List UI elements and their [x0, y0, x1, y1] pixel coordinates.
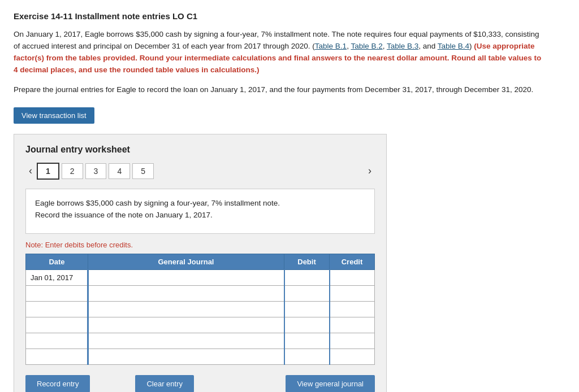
- exercise-title: Exercise 14-11 Installment note entries …: [14, 11, 565, 21]
- debit-cell-5[interactable]: [284, 333, 330, 349]
- debit-input-1[interactable]: [288, 273, 326, 282]
- table-row: [26, 301, 375, 317]
- debit-cell-2[interactable]: [284, 285, 330, 301]
- description-line2: Record the issuance of the note on Janua…: [35, 209, 365, 221]
- view-general-journal-button[interactable]: View general journal: [286, 375, 375, 392]
- col-header-general-journal: General Journal: [88, 254, 284, 269]
- date-cell-1: Jan 01, 2017: [26, 269, 88, 285]
- tab-navigation: ‹ 1 2 3 4 5 ›: [25, 163, 375, 180]
- tab-1[interactable]: 1: [37, 163, 59, 180]
- date-cell-5: [26, 333, 88, 349]
- table-row: [26, 317, 375, 333]
- gj-input-4[interactable]: [92, 321, 280, 329]
- credit-input-4[interactable]: [334, 321, 371, 329]
- table-b2-link[interactable]: Table B.2: [351, 42, 382, 50]
- credit-input-6[interactable]: [334, 352, 371, 361]
- debit-input-3[interactable]: [288, 305, 326, 313]
- credit-input-5[interactable]: [334, 337, 371, 345]
- table-row: [26, 349, 375, 364]
- table-b4-link[interactable]: Table B.4: [438, 42, 469, 50]
- debit-input-2[interactable]: [288, 289, 326, 298]
- gj-input-1[interactable]: [92, 273, 280, 282]
- record-entry-button[interactable]: Record entry: [25, 375, 90, 392]
- journal-entry-worksheet: Journal entry worksheet ‹ 1 2 3 4 5 › Ea…: [14, 134, 387, 392]
- worksheet-title: Journal entry worksheet: [25, 145, 375, 155]
- tab-4[interactable]: 4: [109, 163, 130, 179]
- date-cell-6: [26, 349, 88, 364]
- table-b3-link[interactable]: Table B.3: [387, 42, 418, 50]
- credit-cell-2[interactable]: [330, 285, 375, 301]
- button-row: Record entry Clear entry View general jo…: [25, 375, 375, 392]
- table-row: [26, 333, 375, 349]
- debit-cell-4[interactable]: [284, 317, 330, 333]
- credit-input-1[interactable]: [334, 273, 371, 282]
- col-header-credit: Credit: [330, 254, 375, 269]
- gj-cell-4[interactable]: [88, 317, 284, 333]
- debit-input-6[interactable]: [288, 352, 326, 361]
- credit-cell-5[interactable]: [330, 333, 375, 349]
- clear-entry-button[interactable]: Clear entry: [135, 375, 194, 392]
- gj-cell-3[interactable]: [88, 301, 284, 317]
- debit-input-4[interactable]: [288, 321, 326, 329]
- gj-cell-5[interactable]: [88, 333, 284, 349]
- note-hint: Note: Enter debits before credits.: [25, 241, 375, 249]
- gj-cell-6[interactable]: [88, 349, 284, 364]
- tab-5[interactable]: 5: [132, 163, 154, 179]
- tab-3[interactable]: 3: [85, 163, 107, 179]
- debit-cell-3[interactable]: [284, 301, 330, 317]
- view-transaction-button[interactable]: View transaction list: [14, 107, 94, 124]
- credit-cell-1[interactable]: [330, 269, 375, 285]
- gj-cell-2[interactable]: [88, 285, 284, 301]
- credit-input-2[interactable]: [334, 289, 371, 298]
- table-b1-link[interactable]: Table B.1: [315, 42, 347, 50]
- debit-cell-1[interactable]: [284, 269, 330, 285]
- gj-cell-1[interactable]: [88, 269, 284, 285]
- col-header-debit: Debit: [284, 254, 330, 269]
- debit-input-5[interactable]: [288, 337, 326, 345]
- table-row: Jan 01, 2017: [26, 269, 375, 285]
- intro-paragraph: On January 1, 2017, Eagle borrows $35,00…: [14, 29, 545, 76]
- next-tab-arrow[interactable]: ›: [365, 164, 375, 178]
- gj-input-3[interactable]: [92, 305, 280, 313]
- credit-cell-3[interactable]: [330, 301, 375, 317]
- gj-input-2[interactable]: [92, 289, 280, 298]
- credit-cell-6[interactable]: [330, 349, 375, 364]
- gj-input-5[interactable]: [92, 337, 280, 345]
- col-header-date: Date: [26, 254, 88, 269]
- description-line1: Eagle borrows $35,000 cash by signing a …: [35, 197, 365, 210]
- date-cell-2: [26, 285, 88, 301]
- tab-2[interactable]: 2: [62, 163, 83, 179]
- journal-table: Date General Journal Debit Credit Jan 01…: [25, 254, 375, 365]
- note-description: Eagle borrows $35,000 cash by signing a …: [25, 189, 375, 234]
- debit-cell-6[interactable]: [284, 349, 330, 364]
- prev-tab-arrow[interactable]: ‹: [25, 164, 36, 178]
- date-cell-4: [26, 317, 88, 333]
- gj-input-6[interactable]: [92, 352, 280, 361]
- credit-input-3[interactable]: [334, 305, 371, 313]
- prepare-paragraph: Prepare the journal entries for Eagle to…: [14, 84, 545, 96]
- table-row: [26, 285, 375, 301]
- date-cell-3: [26, 301, 88, 317]
- credit-cell-4[interactable]: [330, 317, 375, 333]
